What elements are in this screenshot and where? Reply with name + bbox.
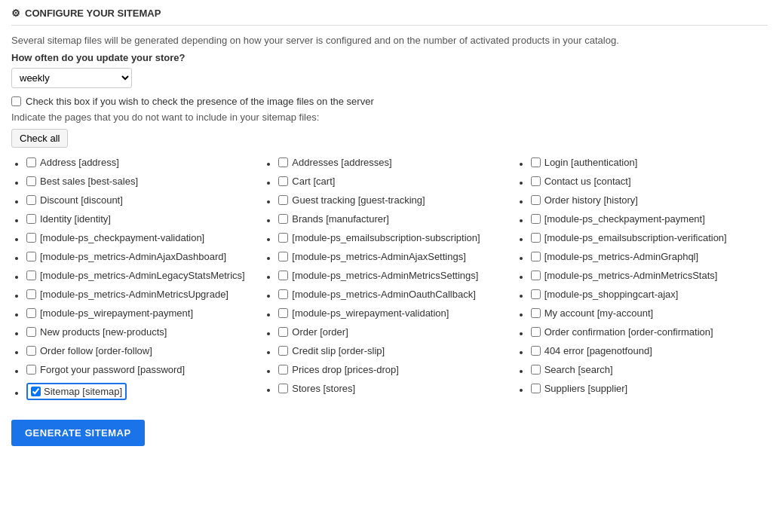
list-item: [module-ps_metrics-AdminAjaxDashboard] (26, 251, 263, 262)
page-checkbox-manufacturer[interactable] (278, 214, 288, 224)
list-item: [module-ps_wirepayment-validation] (278, 307, 515, 319)
page-label-search[interactable]: Search [search] (531, 364, 768, 375)
page-label-new-products[interactable]: New products [new-products] (26, 326, 263, 338)
page-checkbox-metrics-adminoauthcallback[interactable] (278, 289, 288, 299)
page-checkbox-metrics-admingraphql[interactable] (531, 252, 541, 261)
page-label-metrics-admingraphql[interactable]: [module-ps_metrics-AdminGraphql] (531, 251, 768, 262)
page-label-wirepayment-validation[interactable]: [module-ps_wirepayment-validation] (278, 307, 515, 319)
list-item: Order [order] (278, 326, 515, 338)
page-label-metrics-adminoauthcallback[interactable]: [module-ps_metrics-AdminOauthCallback] (278, 289, 515, 300)
page-checkbox-contact[interactable] (531, 176, 541, 186)
page-checkbox-order[interactable] (278, 327, 288, 337)
page-checkbox-metrics-adminmetricsupgrade[interactable] (26, 289, 36, 299)
page-checkbox-metrics-adminlegacystatsmetrics[interactable] (26, 271, 36, 280)
page-label-prices-drop[interactable]: Prices drop [prices-drop] (278, 364, 515, 375)
frequency-select[interactable]: weekly daily always hourly monthly yearl… (11, 68, 132, 88)
page-label-metrics-adminlegacystatsmetrics[interactable]: [module-ps_metrics-AdminLegacyStatsMetri… (26, 270, 263, 281)
page-label-sitemap[interactable]: Sitemap [sitemap] (44, 386, 122, 397)
page-label-cart[interactable]: Cart [cart] (278, 176, 515, 187)
list-item: [module-ps_wirepayment-payment] (26, 307, 263, 319)
page-label-metrics-adminmetricsupgrade[interactable]: [module-ps_metrics-AdminMetricsUpgrade] (26, 289, 263, 300)
page-label-stores[interactable]: Stores [stores] (278, 383, 515, 394)
page-label-order-confirmation[interactable]: Order confirmation [order-confirmation] (531, 326, 768, 338)
page-checkbox-my-account[interactable] (531, 308, 541, 318)
page-label-my-account[interactable]: My account [my-account] (531, 307, 768, 319)
gear-icon: ⚙ (11, 8, 20, 19)
page-label-discount[interactable]: Discount [discount] (26, 194, 263, 206)
list-item: Login [authentication] (531, 157, 768, 168)
page-checkbox-shoppingcart-ajax[interactable] (531, 289, 541, 299)
page-label-order-follow[interactable]: Order follow [order-follow] (26, 345, 263, 356)
page-checkbox-stores[interactable] (278, 384, 288, 393)
page-checkbox-order-follow[interactable] (26, 346, 36, 356)
page-checkbox-order-confirmation[interactable] (531, 327, 541, 337)
list-item: [module-ps_metrics-AdminLegacyStatsMetri… (26, 270, 263, 281)
page-checkbox-addresses[interactable] (278, 157, 288, 167)
page-label-authentication[interactable]: Login [authentication] (531, 157, 768, 168)
page-checkbox-pagenotfound[interactable] (531, 346, 541, 356)
page-checkbox-wirepayment-payment[interactable] (26, 308, 36, 318)
page-label-order[interactable]: Order [order] (278, 326, 515, 338)
frequency-question: How often do you update your store? (11, 52, 768, 63)
page-label-metrics-adminmetricssettings[interactable]: [module-ps_metrics-AdminMetricsSettings] (278, 270, 515, 281)
list-item: Guest tracking [guest-tracking] (278, 194, 515, 206)
page-checkbox-metrics-adminmetricssettings[interactable] (278, 271, 288, 280)
page-label-emailsubscription-verification[interactable]: [module-ps_emailsubscription-verificatio… (531, 232, 768, 243)
page-checkbox-wirepayment-validation[interactable] (278, 308, 288, 318)
page-label-address[interactable]: Address [address] (26, 157, 263, 168)
check-all-button[interactable]: Check all (11, 129, 68, 148)
page-checkbox-authentication[interactable] (531, 157, 541, 167)
page-label-addresses[interactable]: Addresses [addresses] (278, 157, 515, 168)
page-label-supplier[interactable]: Suppliers [supplier] (531, 383, 768, 394)
page-label-password[interactable]: Forgot your password [password] (26, 364, 263, 375)
list-item: [module-ps_metrics-AdminOauthCallback] (278, 289, 515, 300)
page-checkbox-cart[interactable] (278, 176, 288, 186)
page-label-best-sales[interactable]: Best sales [best-sales] (26, 176, 263, 187)
list-item: [module-ps_metrics-AdminAjaxSettings] (278, 251, 515, 262)
page-label-checkpayment-validation[interactable]: [module-ps_checkpayment-validation] (26, 232, 263, 243)
page-label-guest-tracking[interactable]: Guest tracking [guest-tracking] (278, 194, 515, 206)
list-item: [module-ps_emailsubscription-subscriptio… (278, 232, 515, 243)
generate-sitemap-button[interactable]: GENERATE SITEMAP (11, 420, 145, 446)
page-checkbox-metrics-adminajaxdashboard[interactable] (26, 252, 36, 261)
list-item: Order confirmation [order-confirmation] (531, 326, 768, 338)
pages-grid: Address [address] Best sales [best-sales… (11, 157, 768, 408)
page-checkbox-checkpayment-payment[interactable] (531, 214, 541, 224)
page-label-shoppingcart-ajax[interactable]: [module-ps_shoppingcart-ajax] (531, 289, 768, 300)
page-label-metrics-adminmetricsstats[interactable]: [module-ps_metrics-AdminMetricsStats] (531, 270, 768, 281)
page-label-pagenotfound[interactable]: 404 error [pagenotfound] (531, 345, 768, 356)
page-checkbox-discount[interactable] (26, 195, 36, 205)
page-checkbox-search[interactable] (531, 365, 541, 375)
page-checkbox-address[interactable] (26, 157, 36, 167)
page-label-wirepayment-payment[interactable]: [module-ps_wirepayment-payment] (26, 307, 263, 319)
page-checkbox-best-sales[interactable] (26, 176, 36, 186)
page-checkbox-password[interactable] (26, 365, 36, 375)
list-item: Addresses [addresses] (278, 157, 515, 168)
page-checkbox-new-products[interactable] (26, 327, 36, 337)
page-label-metrics-adminajaxsettings[interactable]: [module-ps_metrics-AdminAjaxSettings] (278, 251, 515, 262)
page-checkbox-identity[interactable] (26, 214, 36, 224)
page-checkbox-sitemap[interactable] (31, 387, 41, 396)
page-checkbox-history[interactable] (531, 195, 541, 205)
image-check-input[interactable] (11, 96, 21, 106)
page-label-contact[interactable]: Contact us [contact] (531, 176, 768, 187)
page-label-manufacturer[interactable]: Brands [manufacturer] (278, 213, 515, 225)
page-label-checkpayment-payment[interactable]: [module-ps_checkpayment-payment] (531, 213, 768, 225)
page-checkbox-checkpayment-validation[interactable] (26, 233, 36, 243)
page-checkbox-supplier[interactable] (531, 384, 541, 393)
list-item: [module-ps_metrics-AdminGraphql] (531, 251, 768, 262)
page-label-emailsubscription-subscription[interactable]: [module-ps_emailsubscription-subscriptio… (278, 232, 515, 243)
page-checkbox-prices-drop[interactable] (278, 365, 288, 375)
page-label-metrics-adminajaxdashboard[interactable]: [module-ps_metrics-AdminAjaxDashboard] (26, 251, 263, 262)
image-check-label[interactable]: Check this box if you wish to check the … (26, 96, 374, 107)
page-checkbox-metrics-adminmetricsstats[interactable] (531, 271, 541, 280)
list-item: Sitemap [sitemap] (26, 383, 263, 400)
page-checkbox-order-slip[interactable] (278, 346, 288, 356)
page-checkbox-emailsubscription-subscription[interactable] (278, 233, 288, 243)
page-checkbox-metrics-adminajaxsettings[interactable] (278, 252, 288, 261)
page-checkbox-guest-tracking[interactable] (278, 195, 288, 205)
page-label-history[interactable]: Order history [history] (531, 194, 768, 206)
page-label-order-slip[interactable]: Credit slip [order-slip] (278, 345, 515, 356)
page-label-identity[interactable]: Identity [identity] (26, 213, 263, 225)
page-checkbox-emailsubscription-verification[interactable] (531, 233, 541, 243)
